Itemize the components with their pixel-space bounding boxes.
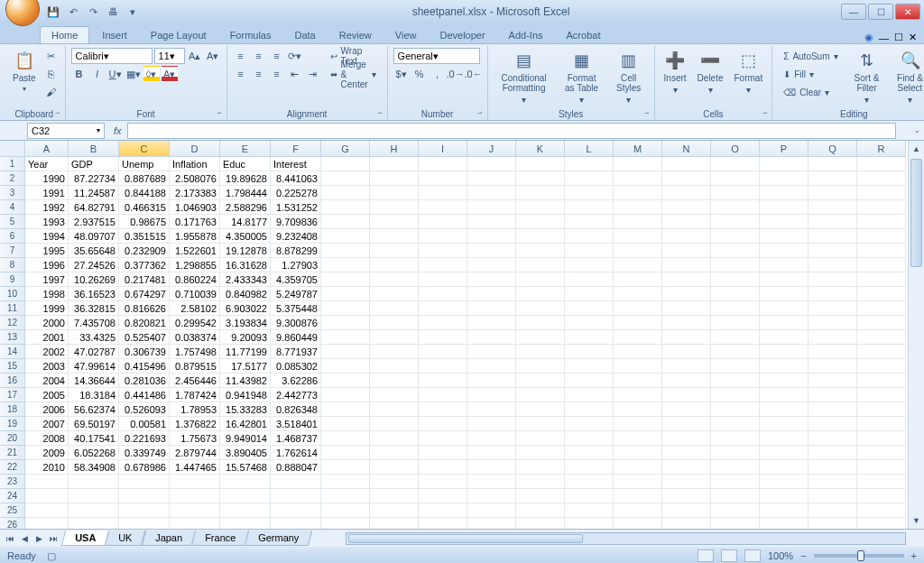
cell-B12[interactable]: 7.435708 <box>69 316 119 330</box>
scroll-up-icon[interactable]: ▲ <box>909 141 924 157</box>
cell-I16[interactable] <box>419 374 467 388</box>
cell-N9[interactable] <box>662 272 711 287</box>
cell-M17[interactable] <box>614 388 662 402</box>
cell-P13[interactable] <box>760 330 808 345</box>
cell-K17[interactable] <box>516 388 565 402</box>
cell-N25[interactable] <box>662 503 711 518</box>
cell-D17[interactable]: 1.787424 <box>170 388 220 402</box>
cell-F25[interactable] <box>271 503 321 518</box>
find-select-button[interactable]: 🔍Find & Select▾ <box>891 48 924 106</box>
cell-R11[interactable] <box>857 301 906 316</box>
format-painter-icon[interactable]: 🖌 <box>43 84 60 100</box>
cell-B2[interactable]: 87.22734 <box>69 171 119 186</box>
cell-N2[interactable] <box>662 171 711 186</box>
spreadsheet-grid[interactable]: ABCDEFGHIJKLMNOPQR 123456789101112131415… <box>0 141 924 529</box>
cell-L6[interactable] <box>565 229 614 244</box>
cell-Q2[interactable] <box>808 171 857 186</box>
cell-P2[interactable] <box>760 171 808 186</box>
cell-J24[interactable] <box>467 489 516 503</box>
cell-F1[interactable]: Interest <box>271 157 321 171</box>
cell-K24[interactable] <box>516 489 565 503</box>
cell-G12[interactable] <box>321 316 370 330</box>
cell-A23[interactable] <box>25 475 69 489</box>
cell-L5[interactable] <box>565 215 614 229</box>
col-header-F[interactable]: F <box>271 141 321 157</box>
row-header-15[interactable]: 15 <box>0 359 25 374</box>
cell-D16[interactable]: 2.456446 <box>170 374 220 388</box>
sheet-tab-france[interactable]: France <box>190 531 249 546</box>
cell-E9[interactable]: 2.433343 <box>220 272 271 287</box>
cell-F22[interactable]: 0.888047 <box>271 460 321 475</box>
cell-E18[interactable]: 15.33283 <box>220 402 271 417</box>
cell-H17[interactable] <box>370 388 419 402</box>
cell-Q10[interactable] <box>808 287 857 301</box>
cell-H2[interactable] <box>370 171 419 186</box>
col-header-D[interactable]: D <box>170 141 220 157</box>
scroll-thumb-v[interactable] <box>910 159 922 267</box>
cell-D22[interactable]: 1.447465 <box>170 460 220 475</box>
cell-J10[interactable] <box>467 287 516 301</box>
format-cells-button[interactable]: ⬚Format▾ <box>731 48 767 97</box>
scroll-thumb-h[interactable] <box>348 534 583 543</box>
cell-P4[interactable] <box>760 200 808 215</box>
cell-E14[interactable]: 11.77199 <box>220 345 271 359</box>
cell-H3[interactable] <box>370 186 419 200</box>
cell-M14[interactable] <box>614 345 662 359</box>
cell-B4[interactable]: 64.82791 <box>69 200 119 215</box>
cell-M25[interactable] <box>614 503 662 518</box>
cell-Q15[interactable] <box>808 359 857 374</box>
cell-A12[interactable]: 2000 <box>25 316 69 330</box>
cell-F20[interactable]: 1.468737 <box>271 431 321 446</box>
row-header-13[interactable]: 13 <box>0 330 25 345</box>
col-header-P[interactable]: P <box>760 141 808 157</box>
clear-button[interactable]: ⌫ Clear ▾ <box>778 84 843 100</box>
cell-L18[interactable] <box>565 402 614 417</box>
cell-G25[interactable] <box>321 503 370 518</box>
cell-Q4[interactable] <box>808 200 857 215</box>
cell-A1[interactable]: Year <box>25 157 69 171</box>
shrink-font-icon[interactable]: A▾ <box>205 48 221 64</box>
cell-D18[interactable]: 1.78953 <box>170 402 220 417</box>
cell-P24[interactable] <box>760 489 808 503</box>
cell-H19[interactable] <box>370 417 419 431</box>
cell-O9[interactable] <box>711 272 760 287</box>
cell-F21[interactable]: 1.762614 <box>271 446 321 460</box>
ribbon-close-button[interactable]: ✕ <box>909 32 917 43</box>
cell-H21[interactable] <box>370 446 419 460</box>
cell-R8[interactable] <box>857 258 906 272</box>
cell-C10[interactable]: 0.674297 <box>119 287 170 301</box>
cell-O11[interactable] <box>711 301 760 316</box>
cell-H16[interactable] <box>370 374 419 388</box>
italic-button[interactable]: I <box>89 66 106 82</box>
cell-F26[interactable] <box>271 518 321 529</box>
cell-K23[interactable] <box>516 475 565 489</box>
cell-D14[interactable]: 1.757498 <box>170 345 220 359</box>
cell-P20[interactable] <box>760 431 808 446</box>
cell-Q17[interactable] <box>808 388 857 402</box>
cell-I3[interactable] <box>419 186 467 200</box>
paste-button[interactable]: 📋 Paste ▾ <box>9 48 40 95</box>
tab-data[interactable]: Data <box>283 27 326 43</box>
row-header-5[interactable]: 5 <box>0 215 25 229</box>
cell-H13[interactable] <box>370 330 419 345</box>
cell-K3[interactable] <box>516 186 565 200</box>
cell-M7[interactable] <box>614 244 662 258</box>
cell-Q1[interactable] <box>808 157 857 171</box>
cell-R18[interactable] <box>857 402 906 417</box>
decrease-indent-icon[interactable]: ⇤ <box>287 66 303 82</box>
cell-G23[interactable] <box>321 475 370 489</box>
cell-F5[interactable]: 9.709836 <box>271 215 321 229</box>
tab-formulas[interactable]: Formulas <box>219 27 282 43</box>
cell-B1[interactable]: GDP <box>69 157 119 171</box>
fill-button[interactable]: ⬇ Fill ▾ <box>778 66 843 82</box>
row-header-21[interactable]: 21 <box>0 446 25 460</box>
tab-add-ins[interactable]: Add-Ins <box>498 27 554 43</box>
cell-D23[interactable] <box>170 475 220 489</box>
cell-H22[interactable] <box>370 460 419 475</box>
cell-K15[interactable] <box>516 359 565 374</box>
cell-C19[interactable]: 0.00581 <box>119 417 170 431</box>
horizontal-scrollbar[interactable] <box>346 532 906 545</box>
col-header-O[interactable]: O <box>711 141 760 157</box>
cell-P3[interactable] <box>760 186 808 200</box>
vertical-scrollbar[interactable]: ▲ ▼ <box>908 141 924 529</box>
